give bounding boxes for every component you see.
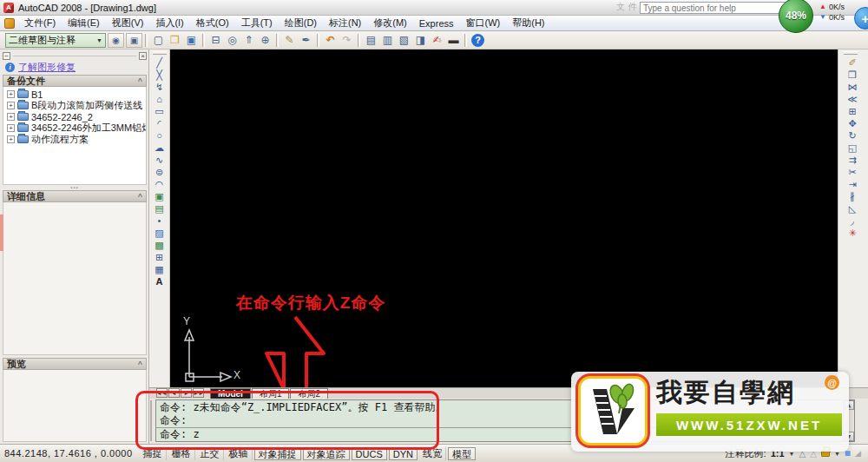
tab-model[interactable]: Model bbox=[210, 388, 251, 399]
circle-icon[interactable]: ○ bbox=[151, 129, 168, 142]
tool-palettes-icon[interactable]: ▧ bbox=[396, 33, 412, 48]
resize-grip[interactable]: ◢ bbox=[855, 449, 861, 458]
undo-icon[interactable]: ↶ bbox=[322, 33, 339, 48]
plot-icon[interactable]: ⊟ bbox=[207, 33, 224, 48]
workspace-settings-button[interactable]: ◉ bbox=[108, 33, 124, 48]
expand-icon[interactable]: + bbox=[7, 135, 15, 143]
tree-item[interactable]: + 动作流程方案 bbox=[3, 134, 146, 145]
menu-tools[interactable]: 工具(T) bbox=[235, 16, 279, 30]
collapse-chevron-icon[interactable]: ^ bbox=[138, 360, 142, 368]
array-icon[interactable]: ⊞ bbox=[844, 105, 861, 117]
trim-icon[interactable]: ✂ bbox=[844, 166, 861, 178]
plot-preview-icon[interactable]: ◎ bbox=[224, 33, 240, 48]
drawing-canvas[interactable]: Y X 在命令行输入Z命令 bbox=[170, 50, 842, 387]
markup-set-manager-icon[interactable]: ✍ bbox=[429, 33, 445, 48]
toggle-osnap[interactable]: 对象捕捉 bbox=[254, 447, 301, 460]
designcenter-icon[interactable]: ▥ bbox=[379, 33, 396, 48]
fillet-icon[interactable]: ◞ bbox=[844, 214, 861, 227]
palette-close-button[interactable]: × bbox=[139, 52, 147, 60]
expand-icon[interactable]: + bbox=[7, 90, 15, 98]
menu-insert[interactable]: 插入(I) bbox=[149, 16, 189, 30]
mtext-icon[interactable]: A bbox=[151, 275, 168, 287]
scale-icon[interactable]: ◱ bbox=[844, 142, 861, 154]
hatch-icon[interactable]: ▨ bbox=[151, 227, 168, 239]
chamfer-icon[interactable]: ◺ bbox=[844, 202, 861, 214]
menu-format[interactable]: 格式(O) bbox=[190, 16, 235, 30]
explode-icon[interactable]: ✳ bbox=[844, 227, 861, 239]
mirror-icon[interactable]: ⋈ bbox=[844, 81, 861, 93]
move-icon[interactable]: ✥ bbox=[844, 117, 861, 129]
rotate-icon[interactable]: ↻ bbox=[844, 129, 861, 142]
table-icon[interactable]: ▦ bbox=[151, 263, 168, 275]
tree-item[interactable]: + B1 bbox=[3, 89, 146, 100]
backup-files-header[interactable]: 备份文件 ^ bbox=[3, 75, 147, 87]
gradient-icon[interactable]: ▩ bbox=[151, 239, 168, 251]
new-file-icon[interactable]: ▢ bbox=[150, 33, 167, 48]
tree-item[interactable]: + B段动力滚筒加两侧传送线 bbox=[3, 100, 146, 111]
construction-line-icon[interactable]: ╳ bbox=[151, 69, 168, 81]
sheet-set-manager-icon[interactable]: ◨ bbox=[412, 33, 429, 48]
collapse-chevron-icon[interactable]: ^ bbox=[138, 76, 142, 85]
help-search-input[interactable] bbox=[640, 2, 792, 14]
toolbar-grip[interactable] bbox=[153, 51, 167, 55]
polygon-icon[interactable]: ⌂ bbox=[151, 93, 168, 105]
expand-icon[interactable]: + bbox=[7, 113, 15, 121]
match-properties-icon[interactable]: ✒ bbox=[298, 33, 314, 48]
toggle-polar[interactable]: 极轴 bbox=[226, 447, 253, 460]
menu-view[interactable]: 视图(V) bbox=[106, 16, 150, 30]
make-block-icon[interactable]: ▤ bbox=[151, 202, 168, 214]
region-icon[interactable]: ⊞ bbox=[151, 251, 168, 263]
arc-icon[interactable]: ◜ bbox=[151, 117, 168, 129]
next-tab-button-icon[interactable]: ► bbox=[181, 388, 192, 398]
rectangle-icon[interactable]: ▭ bbox=[151, 105, 168, 117]
insert-block-icon[interactable]: ▣ bbox=[151, 190, 168, 202]
erase-icon[interactable]: ✐ bbox=[844, 56, 861, 69]
preview-header[interactable]: 预览 ^ bbox=[3, 358, 147, 370]
learn-recovery-link[interactable]: 了解图形修复 bbox=[18, 61, 76, 74]
details-header[interactable]: 详细信息 ^ bbox=[3, 190, 147, 202]
menu-window[interactable]: 窗口(W) bbox=[460, 16, 507, 30]
extend-icon[interactable]: ⇥ bbox=[844, 178, 861, 190]
last-tab-button-icon[interactable]: ►► bbox=[193, 388, 204, 398]
palette-splitter[interactable]: ▪▪▪ bbox=[3, 185, 147, 189]
menu-express[interactable]: Express bbox=[413, 17, 460, 30]
break-icon[interactable]: ∦ bbox=[844, 190, 861, 202]
collapse-chevron-icon[interactable]: ^ bbox=[138, 192, 142, 201]
toggle-ducs[interactable]: DUCS bbox=[352, 447, 387, 460]
polyline-icon[interactable]: ↯ bbox=[151, 81, 168, 93]
quickcalc-icon[interactable]: ▬ bbox=[445, 33, 462, 48]
ellipse-arc-icon[interactable]: ◠ bbox=[151, 178, 168, 190]
expand-icon[interactable]: + bbox=[7, 124, 15, 132]
tree-item[interactable]: + 34652-2246_2 bbox=[3, 111, 146, 122]
expand-icon[interactable]: + bbox=[7, 102, 15, 109]
menu-dimension[interactable]: 标注(N) bbox=[323, 16, 367, 30]
etransmit-icon[interactable]: ⊕ bbox=[257, 33, 273, 48]
prev-tab-button-icon[interactable]: ◄ bbox=[168, 388, 180, 398]
open-file-icon[interactable]: ❐ bbox=[167, 33, 183, 48]
menu-help[interactable]: 帮助(H) bbox=[506, 16, 550, 30]
help-icon[interactable]: ? bbox=[471, 34, 484, 47]
workspace-dropdown[interactable]: 二维草图与注释 ▼ bbox=[5, 33, 106, 48]
copy-icon[interactable]: ❐ bbox=[844, 69, 861, 81]
toggle-model[interactable]: 模型 bbox=[448, 447, 476, 460]
palette-minimize-button[interactable]: − bbox=[3, 52, 10, 60]
pencil-icon[interactable]: ✎ bbox=[281, 33, 298, 48]
spline-icon[interactable]: ∿ bbox=[151, 154, 168, 166]
stretch-icon[interactable]: ⇉ bbox=[844, 154, 861, 166]
menu-file[interactable]: 文件(F) bbox=[18, 16, 62, 30]
toggle-lineweight[interactable]: 线宽 bbox=[419, 447, 446, 460]
toggle-dyn[interactable]: DYN bbox=[389, 447, 418, 460]
tab-layout2[interactable]: 布局2 bbox=[290, 388, 328, 399]
save-file-icon[interactable]: ▣ bbox=[183, 33, 200, 48]
redo-icon[interactable]: ↷ bbox=[339, 33, 355, 48]
menu-draw[interactable]: 绘图(D) bbox=[279, 16, 323, 30]
toggle-grid[interactable]: 栅格 bbox=[168, 447, 195, 460]
toolbar-grip[interactable] bbox=[844, 51, 858, 55]
ellipse-icon[interactable]: ⊜ bbox=[151, 166, 168, 178]
toggle-snap[interactable]: 捕捉 bbox=[140, 447, 167, 460]
line-icon[interactable]: ╱ bbox=[151, 56, 168, 69]
toggle-ortho[interactable]: 正交 bbox=[197, 447, 224, 460]
offset-icon[interactable]: ≪ bbox=[844, 93, 861, 105]
properties-icon[interactable]: ▤ bbox=[363, 33, 379, 48]
revcloud-icon[interactable]: ☁ bbox=[151, 142, 168, 154]
